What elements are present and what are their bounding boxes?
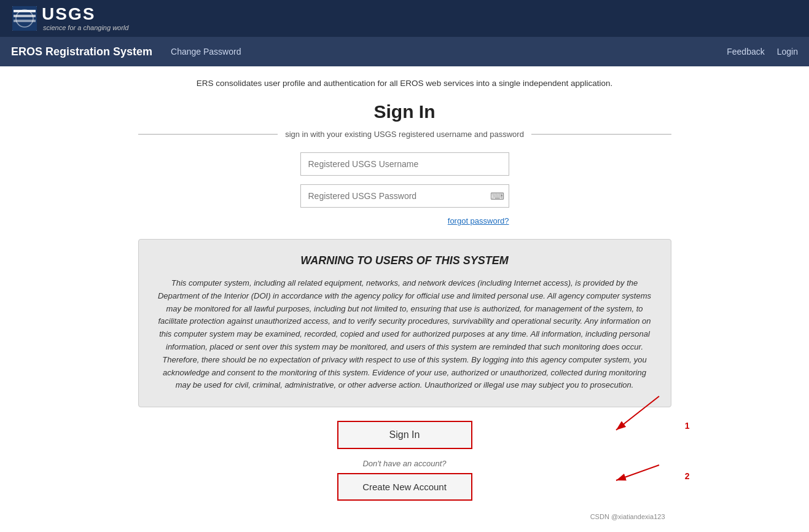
- signin-button-section: Sign In 1: [138, 421, 671, 449]
- divider-left: [138, 134, 278, 135]
- signin-btn-wrapper: Sign In: [138, 421, 671, 449]
- usgs-text: USGS: [42, 6, 95, 23]
- subtitle-text: ERS consolidates user profile and authen…: [138, 79, 671, 88]
- usgs-emblem-icon: [11, 5, 38, 32]
- feedback-link[interactable]: Feedback: [727, 47, 764, 57]
- logo-bar: USGS science for a changing world: [0, 0, 809, 37]
- logo-tagline: science for a changing world: [42, 24, 128, 31]
- warning-title: WARNING TO USERS OF THIS SYSTEM: [157, 254, 652, 267]
- forgot-password-link[interactable]: forgot password?: [300, 216, 509, 225]
- signin-title: Sign In: [138, 101, 671, 122]
- create-account-section: Don't have an account? Create New Accoun…: [138, 459, 671, 501]
- login-link[interactable]: Login: [777, 47, 798, 57]
- no-account-text: Don't have an account?: [138, 459, 671, 468]
- nav-right: Feedback Login: [727, 47, 798, 57]
- nav-bar: EROS Registration System Change Password…: [0, 37, 809, 66]
- divider-line: sign in with your existing USGS register…: [138, 130, 671, 139]
- logo-box: USGS science for a changing world: [42, 6, 128, 31]
- app-title: EROS Registration System: [11, 45, 152, 58]
- usgs-logo: USGS science for a changing world: [11, 5, 128, 32]
- main-content: ERS consolidates user profile and authen…: [128, 66, 681, 532]
- username-input[interactable]: [300, 152, 509, 176]
- divider-text: sign in with your existing USGS register…: [285, 130, 524, 139]
- annotation-2: 2: [685, 471, 690, 481]
- warning-box: WARNING TO USERS OF THIS SYSTEM This com…: [138, 239, 671, 407]
- create-account-button[interactable]: Create New Account: [337, 473, 472, 501]
- password-input[interactable]: [300, 184, 509, 208]
- change-password-link[interactable]: Change Password: [171, 47, 241, 57]
- create-account-wrapper: Create New Account: [138, 473, 671, 501]
- signin-button[interactable]: Sign In: [337, 421, 472, 449]
- divider-right: [531, 134, 671, 135]
- watermark: CSDN @xiatiandexia123: [138, 513, 671, 520]
- password-wrapper: ⌨: [300, 184, 509, 208]
- keyboard-icon[interactable]: ⌨: [490, 190, 504, 202]
- warning-text: This computer system, including all rela…: [157, 277, 652, 392]
- annotation-1: 1: [685, 421, 690, 431]
